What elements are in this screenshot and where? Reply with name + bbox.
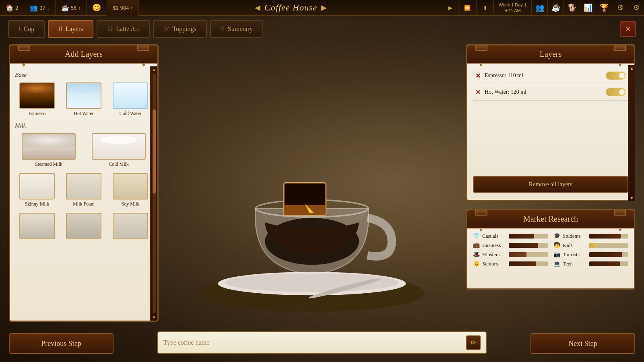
mood-stat: 😊 <box>87 0 107 16</box>
tourists-bar <box>589 252 622 257</box>
pets-icon[interactable]: 🐕 <box>564 0 580 16</box>
tab-layers[interactable]: II Layers <box>48 20 93 38</box>
layers-scroll-up[interactable]: ▲ <box>630 66 634 71</box>
fast-forward-btn[interactable]: ⏩ <box>458 0 477 16</box>
coffee-menu-icon[interactable]: ☕ <box>547 0 564 16</box>
layer-soymilk[interactable]: Soy Milk <box>108 173 153 207</box>
tab-toppings[interactable]: IV Toppings <box>153 20 207 38</box>
seniors-bar-bg <box>509 261 548 266</box>
market-students: 🎓 Students <box>553 232 628 239</box>
tech-label: Tech <box>563 261 587 267</box>
add-layers-header: Add Layers <box>10 45 157 64</box>
base-grid: Espresso Hot Water Cold Water <box>15 82 153 117</box>
svg-point-2 <box>225 273 399 292</box>
coffee-name-wrap: ✏ <box>157 331 487 354</box>
next-arrow-icon[interactable]: ▶ <box>321 3 327 12</box>
tourists-icon: 📷 <box>553 251 560 258</box>
layer-milk-extra3[interactable] <box>108 213 153 239</box>
market-tech: 💻 Tech <box>553 260 628 267</box>
coffee-icon: ☕ <box>61 4 69 12</box>
kids-icon: 🧒 <box>553 242 560 249</box>
layers-scroll-down[interactable]: ▼ <box>630 195 634 200</box>
settings-icon[interactable]: ⚙ <box>612 0 628 16</box>
coldwater-label: Cold Water <box>120 111 141 117</box>
steamedmilk-thumb <box>22 133 76 160</box>
milkfoam-thumb <box>66 173 101 200</box>
layer-steamedmilk[interactable]: Steamed Milk <box>15 133 83 167</box>
market-title: Market Research <box>523 214 578 223</box>
edit-name-button[interactable]: ✏ <box>466 335 481 350</box>
market-research-panel: Market Research 👕 Casuals 🎓 Students 💼 <box>466 209 635 290</box>
remove-espresso-btn[interactable]: ✕ <box>475 72 481 80</box>
hotwater-layer-name: Hot Water: 120 ml <box>485 89 602 95</box>
layer-coldwater[interactable]: Cold Water <box>108 82 153 117</box>
hotwater-toggle-knob <box>619 89 625 95</box>
market-seniors: 👴 Seniors <box>473 260 548 267</box>
milk-grid-3 <box>15 213 153 239</box>
add-layers-content: Base Espresso Hot Water Cold Water Milk <box>10 64 157 318</box>
tech-bar-bg <box>589 261 628 266</box>
layer-milkfoam[interactable]: Milk Foam <box>62 173 106 207</box>
students-icon: 🎓 <box>553 232 560 239</box>
svg-rect-7 <box>285 184 325 205</box>
managers-icon[interactable]: 👥 <box>531 0 547 16</box>
scroll-down-btn[interactable]: ▼ <box>152 315 156 320</box>
remove-all-button[interactable]: Remove all layers <box>473 176 628 193</box>
layer-coldmilk[interactable]: Cold Milk <box>85 133 153 167</box>
tab-summary[interactable]: V Summary <box>210 20 263 38</box>
espresso-layer-name: Espresso: 110 ml <box>485 72 602 79</box>
tab-latte-art[interactable]: III Latte Art <box>97 20 149 38</box>
seniors-label: Seniors <box>482 261 506 267</box>
market-tourists: 📷 Tourists <box>553 251 628 258</box>
layers-ornament-left <box>475 44 487 51</box>
coldmilk-thumb <box>92 133 146 160</box>
students-bar-bg <box>589 234 628 239</box>
game-time: Week 1 Day 1 9:41 AM <box>493 2 531 14</box>
layers-ornament-right <box>614 44 626 51</box>
add-layers-title: Add Layers <box>65 49 103 58</box>
layer-skinnymilk[interactable]: Skinny Milk <box>15 173 59 207</box>
close-button[interactable]: ✕ <box>620 21 636 37</box>
layer-row-espresso: ✕ Espresso: 110 ml <box>473 68 628 84</box>
section-milk-title: Milk <box>15 122 153 129</box>
business-icon: 💼 <box>473 242 480 249</box>
espresso-toggle[interactable] <box>606 72 626 80</box>
people-icon: 👥 <box>30 4 38 12</box>
layer-milk-extra1[interactable] <box>15 213 59 239</box>
layer-espresso[interactable]: Espresso <box>15 82 59 117</box>
pause-btn[interactable]: ⏸ <box>477 0 493 16</box>
scroll-up-btn[interactable]: ▲ <box>152 67 156 72</box>
cup-svg <box>161 44 463 326</box>
previous-step-button[interactable]: Previous Step <box>9 333 114 354</box>
layer-hotwater[interactable]: Hot Water <box>62 82 106 117</box>
layer-milk-extra2[interactable] <box>62 213 106 239</box>
options-icon[interactable]: ⚙ <box>628 0 644 16</box>
left-panel-scrollbar[interactable]: ▲ ▼ <box>150 66 157 321</box>
casuals-bar <box>509 234 534 239</box>
kids-bar <box>589 243 597 248</box>
coffee-stat: ☕ 56 ↑ <box>56 0 87 16</box>
prev-arrow-icon[interactable]: ◀ <box>255 3 260 12</box>
next-step-button[interactable]: Next Step <box>530 333 635 354</box>
market-kids: 🧒 Kids <box>553 242 628 249</box>
coffee-name-input[interactable] <box>163 339 462 346</box>
business-bar <box>509 243 538 248</box>
espresso-label: Espresso <box>29 111 46 117</box>
remove-hotwater-btn[interactable]: ✕ <box>475 88 481 96</box>
tech-bar <box>589 261 620 266</box>
casuals-label: Casuals <box>482 233 506 239</box>
skinnymilk-label: Skinny Milk <box>25 201 49 207</box>
charts-icon[interactable]: 📊 <box>580 0 596 16</box>
layers-scrollbar[interactable]: ▲ ▼ <box>628 65 635 201</box>
home-icon: 🏠 <box>6 4 14 12</box>
hotwater-toggle[interactable] <box>606 88 626 96</box>
market-hipsters: 🎩 Hipsters <box>473 251 548 258</box>
awards-icon[interactable]: 🏆 <box>596 0 612 16</box>
scroll-track <box>153 74 156 313</box>
tourists-label: Tourists <box>563 251 587 258</box>
milk-grid: Steamed Milk Cold Milk <box>15 133 153 167</box>
tech-icon: 💻 <box>553 260 560 267</box>
play-btn[interactable]: ▶ <box>443 0 458 16</box>
seniors-icon: 👴 <box>473 260 480 267</box>
tab-cup[interactable]: I Cup <box>8 20 45 38</box>
